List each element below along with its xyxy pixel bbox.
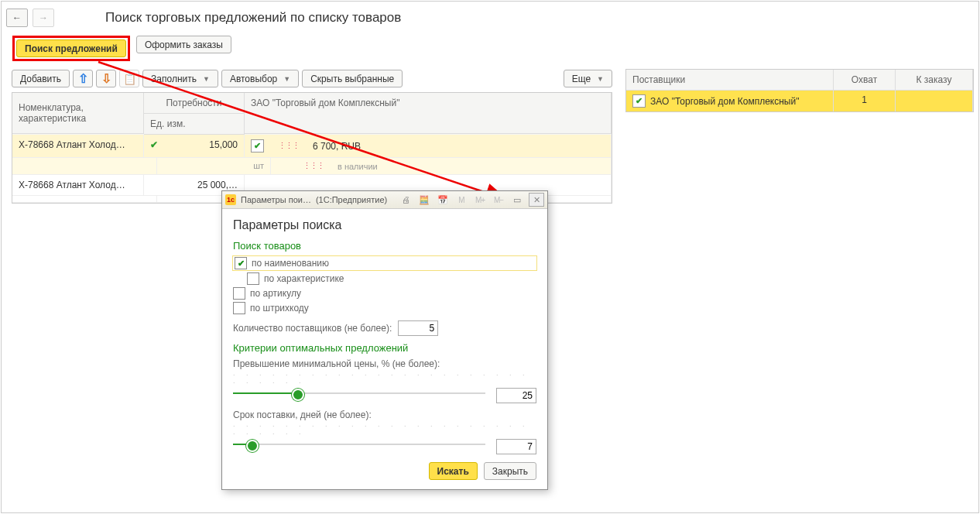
- qty-value: 15,000: [209, 139, 238, 150]
- offer-checkbox[interactable]: ✔: [251, 139, 264, 152]
- print-icon[interactable]: 🖨: [399, 194, 413, 206]
- page-title: Поиск торговых предложений по списку тов…: [105, 10, 401, 26]
- more-label: Еще: [572, 74, 591, 84]
- move-up-button[interactable]: ⇧: [73, 70, 93, 87]
- table-row-sub: шт ⋮⋮⋮ в наличии: [12, 158, 612, 175]
- dialog-body: Параметры поиска Поиск товаров ✔ по наим…: [222, 209, 547, 489]
- dialog-heading: Параметры поиска: [233, 218, 536, 232]
- checkbox-by-characteristic-row[interactable]: по характеристике: [247, 272, 536, 285]
- spark-icon: ⋮⋮⋮: [278, 141, 299, 151]
- slider-knob[interactable]: [292, 389, 304, 401]
- chevron-down-icon: ▼: [597, 75, 604, 83]
- offer-price: 6 700, RUB: [313, 141, 361, 152]
- col-units[interactable]: Ед. изм.: [144, 114, 245, 135]
- delivery-days-label: Срок поставки, дней (не более):: [233, 409, 536, 420]
- close-icon[interactable]: ✕: [529, 193, 544, 207]
- checkbox-by-article-row[interactable]: по артикулу: [233, 287, 536, 300]
- checkbox-by-name[interactable]: ✔: [235, 257, 247, 269]
- arrow-right-icon: →: [39, 12, 48, 23]
- search-offers-button[interactable]: Поиск предложений: [16, 39, 126, 57]
- panes: Добавить ⇧ ⇩ 📋 Заполнить ▼ Автовыбор ▼: [2, 69, 978, 204]
- left-pane: Добавить ⇧ ⇩ 📋 Заполнить ▼ Автовыбор ▼: [6, 69, 618, 204]
- memory-mplus-icon[interactable]: M+: [473, 194, 487, 206]
- checkbox-by-name-label: по наименованию: [252, 258, 329, 269]
- dialog-title-short: Параметры пои…: [241, 195, 311, 204]
- section-criteria: Критерии оптимальных предложений: [233, 342, 536, 354]
- memory-m-icon[interactable]: M: [454, 194, 468, 206]
- move-down-button[interactable]: ⇩: [96, 70, 116, 87]
- table-row[interactable]: X-78668 Атлант Холод… ✔ 15,000 ✔ ⋮⋮⋮ 6 7…: [12, 135, 612, 158]
- nav-back-button[interactable]: ←: [6, 9, 28, 27]
- more-button[interactable]: Еще ▼: [564, 70, 612, 87]
- right-pane: Поставщики Охват К заказу ✔ ЗАО "Торговы…: [625, 69, 974, 204]
- col-coverage[interactable]: Охват: [834, 70, 896, 90]
- highlight-search-offers: Поиск предложений: [12, 36, 130, 61]
- suppliers-table: Поставщики Охват К заказу ✔ ЗАО "Торговы…: [625, 69, 974, 112]
- dialog-close-button[interactable]: Закрыть: [484, 462, 536, 480]
- fill-button[interactable]: Заполнить ▼: [142, 70, 218, 87]
- memory-mminus-icon[interactable]: M−: [492, 194, 505, 206]
- checkbox-by-barcode[interactable]: [233, 302, 245, 314]
- auto-select-label: Автовыбор: [230, 74, 277, 84]
- checkbox-by-characteristic[interactable]: [247, 272, 259, 285]
- checkbox-by-barcode-label: по штрихкоду: [250, 303, 309, 314]
- price-excess-slider[interactable]: [233, 388, 485, 399]
- clipboard-icon: 📋: [123, 73, 136, 85]
- col-needs[interactable]: Потребности: [144, 93, 245, 114]
- supplier-name: ЗАО "Торговый дом Комплексный": [650, 96, 799, 107]
- cell-unit: шт: [157, 158, 271, 174]
- cell-nomenclature: X-78668 Атлант Холод…: [12, 175, 144, 195]
- app-1c-icon: 1c: [225, 194, 236, 205]
- left-toolbar: Добавить ⇧ ⇩ 📋 Заполнить ▼ Автовыбор ▼: [7, 70, 617, 92]
- col-nomenclature[interactable]: Номенклатура, характеристика: [12, 93, 144, 134]
- dialog-titlebar[interactable]: 1c Параметры пои… (1С:Предприятие) 🖨 🧮 📅…: [222, 191, 547, 209]
- suppliers-count-input[interactable]: [398, 320, 438, 336]
- chevron-down-icon: ▼: [283, 75, 290, 83]
- auto-select-button[interactable]: Автовыбор ▼: [221, 70, 299, 87]
- dialog-search-button[interactable]: Искать: [429, 462, 478, 480]
- clipboard-button[interactable]: 📋: [119, 70, 139, 87]
- delivery-days-slider[interactable]: [233, 439, 485, 450]
- supplier-checkbox[interactable]: ✔: [632, 94, 646, 108]
- search-params-dialog: 1c Параметры пои… (1С:Предприятие) 🖨 🧮 📅…: [221, 190, 548, 490]
- price-excess-input[interactable]: [496, 388, 536, 403]
- add-button[interactable]: Добавить: [12, 70, 70, 87]
- arrow-left-icon: ←: [12, 12, 22, 23]
- dialog-title-app: (1С:Предприятие): [316, 195, 387, 204]
- suppliers-count-row: Количество поставщиков (не более):: [233, 320, 536, 336]
- app-root: ← → Поиск торговых предложений по списку…: [1, 1, 979, 513]
- checkbox-by-name-row[interactable]: ✔ по наименованию: [233, 256, 536, 270]
- hide-selected-button[interactable]: Скрыть выбранные: [302, 70, 403, 87]
- section-search-products: Поиск товаров: [233, 240, 536, 252]
- make-orders-button[interactable]: Оформить заказы: [136, 36, 231, 53]
- checkbox-by-article-label: по артикулу: [250, 288, 301, 299]
- supplier-to-order: [896, 91, 973, 111]
- checkbox-by-barcode-row[interactable]: по штрихкоду: [233, 302, 536, 314]
- calendar-icon[interactable]: 📅: [436, 194, 450, 206]
- col-to-order[interactable]: К заказу: [896, 70, 973, 90]
- offer-availability: в наличии: [338, 162, 378, 171]
- chevron-down-icon: ▼: [203, 75, 210, 83]
- minimize-icon[interactable]: ▭: [510, 194, 524, 206]
- calculator-icon[interactable]: 🧮: [417, 194, 431, 206]
- spark-icon: ⋮⋮⋮: [303, 161, 324, 171]
- slider-knob[interactable]: [246, 440, 259, 452]
- delivery-days-input[interactable]: [496, 439, 536, 454]
- col-supplier[interactable]: ЗАО "Торговый дом Комплексный": [245, 93, 612, 134]
- main-button-row: Поиск предложений Оформить заказы: [2, 34, 978, 69]
- left-table-header: Номенклатура, характеристика Потребности…: [12, 93, 612, 135]
- check-icon: ✔: [150, 139, 158, 150]
- checkbox-by-article[interactable]: [233, 287, 245, 300]
- nav-forward-button[interactable]: →: [33, 9, 54, 27]
- slider-ticks: · · · · · · · · · · · · · · · · · · · · …: [233, 422, 536, 437]
- price-excess-label: Превышение минимальной цены, % (не более…: [233, 358, 536, 369]
- col-suppliers[interactable]: Поставщики: [626, 70, 834, 90]
- topbar: ← → Поиск торговых предложений по списку…: [2, 2, 978, 34]
- arrow-down-icon: ⇩: [101, 71, 111, 86]
- supplier-row[interactable]: ✔ ЗАО "Торговый дом Комплексный" 1: [626, 91, 973, 111]
- dialog-buttons: Искать Закрыть: [233, 462, 536, 480]
- supplier-coverage: 1: [834, 91, 896, 111]
- checkbox-by-characteristic-label: по характеристике: [264, 273, 344, 284]
- suppliers-table-header: Поставщики Охват К заказу: [626, 70, 973, 91]
- arrow-up-icon: ⇧: [78, 71, 88, 86]
